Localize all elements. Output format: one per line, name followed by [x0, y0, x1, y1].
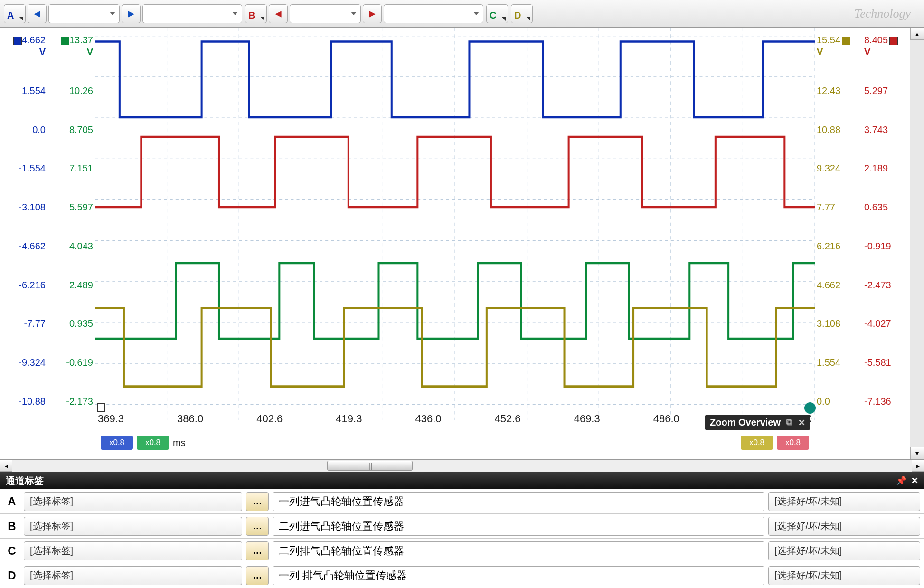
panel-title: 通道标签: [6, 474, 44, 487]
channel-c-button[interactable]: C: [486, 4, 508, 23]
channel-a-coupling-dropdown[interactable]: [142, 4, 242, 23]
vertical-scrollbar[interactable]: ▴ ▾: [910, 28, 924, 459]
more-button[interactable]: …: [246, 541, 269, 560]
tag-select-dropdown[interactable]: [选择标签]: [24, 517, 242, 536]
channel-b-next-button[interactable]: ▶: [363, 4, 382, 23]
channel-d-button[interactable]: D: [511, 4, 533, 23]
popout-icon[interactable]: ⧉: [786, 417, 792, 427]
zoom-a-badge[interactable]: x0.8: [101, 436, 133, 450]
channel-b-coupling-dropdown[interactable]: [384, 4, 483, 23]
left-axes: 4.662V1.5540.0-1.554-3.108-4.662-6.216-7…: [0, 28, 95, 459]
channel-a-range-dropdown[interactable]: [48, 4, 120, 23]
zoom-badges-left: x0.8 x0.8 ms: [101, 436, 186, 450]
row-channel-letter: B: [0, 520, 24, 533]
condition-select-dropdown[interactable]: [选择好/坏/未知]: [768, 492, 920, 511]
hscroll-track[interactable]: |||: [12, 460, 912, 472]
condition-select-dropdown[interactable]: [选择好/坏/未知]: [768, 541, 920, 560]
description-input[interactable]: 一列进气凸轮轴位置传感器: [273, 492, 764, 511]
yaxis-channel-b[interactable]: 8.405V5.2973.7432.1890.635-0.919-2.473-4…: [862, 28, 910, 459]
hscroll-thumb[interactable]: |||: [327, 461, 413, 471]
label-row: C[选择标签]…二列排气凸轮轴位置传感器[选择好/坏/未知]: [0, 539, 924, 563]
channel-a-label: A: [7, 10, 14, 21]
yaxis-channel-d[interactable]: 15.54V12.4310.889.3247.776.2164.6623.108…: [815, 28, 862, 459]
zoom-c-badge[interactable]: x0.8: [137, 436, 169, 450]
more-button[interactable]: …: [246, 517, 269, 536]
channel-b-range-dropdown[interactable]: [290, 4, 361, 23]
description-input[interactable]: 二列进气凸轮轴位置传感器: [273, 517, 764, 536]
scroll-right-button[interactable]: ▸: [912, 460, 924, 472]
close-icon[interactable]: ✕: [911, 475, 918, 486]
zoom-overview-badge[interactable]: Zoom Overview ⧉ ✕: [705, 415, 810, 430]
label-row: A[选择标签]…一列进气凸轮轴位置传感器[选择好/坏/未知]: [0, 489, 924, 514]
description-input[interactable]: 二列排气凸轮轴位置传感器: [273, 541, 764, 560]
more-button[interactable]: …: [246, 492, 269, 511]
yaxis-channel-a[interactable]: 4.662V1.5540.0-1.554-3.108-4.662-6.216-7…: [0, 28, 47, 459]
channel-labels-panel: A[选择标签]…一列进气凸轮轴位置传感器[选择好/坏/未知]B[选择标签]…二列…: [0, 489, 924, 588]
dropdown-arrow-icon: [473, 12, 479, 15]
more-button[interactable]: …: [246, 566, 269, 585]
channel-a-next-button[interactable]: ▶: [122, 4, 141, 23]
pin-icon[interactable]: 📌: [896, 475, 906, 486]
zoom-overview-label: Zoom Overview: [710, 417, 781, 428]
marker-circle-icon[interactable]: [804, 402, 816, 414]
waveform-svg: [95, 28, 815, 459]
label-row: B[选择标签]…二列进气凸轮轴位置传感器[选择好/坏/未知]: [0, 514, 924, 539]
description-input[interactable]: 一列 排气凸轮轴位置传感器: [273, 566, 764, 585]
condition-select-dropdown[interactable]: [选择好/坏/未知]: [768, 517, 920, 536]
dropdown-arrow-icon: [232, 12, 238, 15]
channel-b-label: B: [248, 10, 255, 21]
channel-b-prev-button[interactable]: ◀: [269, 4, 288, 23]
scroll-up-button[interactable]: ▴: [910, 28, 924, 40]
yaxis-channel-c[interactable]: 13.37V10.268.7057.1515.5974.0432.4890.93…: [47, 28, 95, 459]
channel-c-label: C: [490, 10, 496, 21]
channel-b-button[interactable]: B: [245, 4, 267, 23]
channel-b-group: B ◀ ▶: [245, 4, 483, 23]
zoom-d-badge[interactable]: x0.8: [741, 436, 773, 450]
label-row: D[选择标签]…一列 排气凸轮轴位置传感器[选择好/坏/未知]: [0, 563, 924, 588]
top-toolbar: A ◀ ▶ B ◀ ▶ C D Technology: [0, 0, 924, 28]
tag-select-dropdown[interactable]: [选择标签]: [24, 566, 242, 585]
channel-a-prev-button[interactable]: ◀: [28, 4, 47, 23]
condition-select-dropdown[interactable]: [选择好/坏/未知]: [768, 566, 920, 585]
brand-logo: Technology: [854, 7, 911, 21]
zoom-badges-right: x0.8 x0.8: [741, 436, 809, 450]
dropdown-arrow-icon: [110, 12, 115, 15]
oscilloscope-chart: 4.662V1.5540.0-1.554-3.108-4.662-6.216-7…: [0, 28, 924, 460]
tag-select-dropdown[interactable]: [选择标签]: [24, 492, 242, 511]
channel-labels-header[interactable]: 通道标签 📌 ✕: [0, 472, 924, 489]
horizontal-scrollbar[interactable]: ◂ ||| ▸: [0, 460, 924, 472]
scroll-left-button[interactable]: ◂: [0, 460, 12, 472]
panel-header-icons: 📌 ✕: [896, 475, 918, 486]
marker-square-icon[interactable]: [97, 403, 105, 412]
dropdown-tri-icon: [261, 17, 264, 21]
tag-select-dropdown[interactable]: [选择标签]: [24, 541, 242, 560]
right-axes: 15.54V12.4310.889.3247.776.2164.6623.108…: [815, 28, 910, 459]
x-unit-label: ms: [173, 437, 186, 448]
dropdown-arrow-icon: [351, 12, 357, 15]
zoom-b-badge[interactable]: x0.8: [777, 436, 809, 450]
dropdown-tri-icon: [502, 17, 506, 21]
channel-a-button[interactable]: A: [4, 4, 26, 23]
row-channel-letter: D: [0, 569, 24, 582]
dropdown-tri-icon: [19, 17, 23, 21]
row-channel-letter: A: [0, 495, 24, 508]
dropdown-tri-icon: [527, 17, 530, 21]
plot-area[interactable]: 369.3386.0402.6419.3436.0452.6469.3486.0…: [95, 28, 815, 459]
channel-d-label: D: [514, 10, 521, 21]
close-icon[interactable]: ✕: [798, 417, 805, 428]
row-channel-letter: C: [0, 544, 24, 558]
scroll-down-button[interactable]: ▾: [910, 447, 924, 459]
channel-a-group: A ◀ ▶: [4, 4, 242, 23]
vscroll-track[interactable]: [910, 40, 924, 447]
